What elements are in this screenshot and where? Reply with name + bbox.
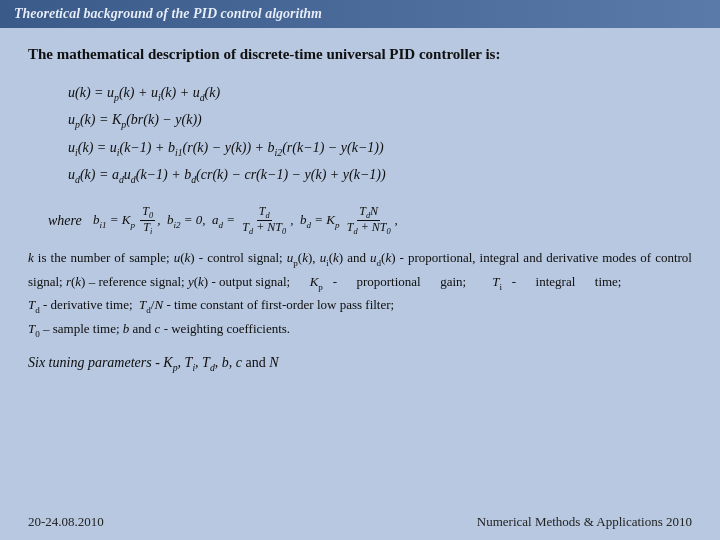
content-area: The mathematical description of discrete… [0, 28, 720, 403]
slide-title: Theoretical background of the PID contro… [14, 6, 322, 21]
description-text: k is the number of sample; u(k) - contro… [28, 250, 692, 336]
where-section: where bi1 = Kp T0Ti, bi2 = 0, ad = TdTd … [48, 205, 692, 237]
equation-row-3: ui(k) = ui(k−1) + bi1(r(k) − y(k)) + bi2… [68, 136, 692, 161]
footer: 20-24.08.2010 Numerical Methods & Applic… [28, 514, 692, 530]
footer-conference: Numerical Methods & Applications 2010 [477, 514, 692, 530]
where-label: where [48, 213, 82, 229]
six-params-block: Six tuning parameters - Kp, Ti, Td, b, c… [28, 355, 692, 373]
subtitle: The mathematical description of discrete… [28, 46, 692, 63]
equation-row-4: ud(k) = adud(k−1) + bd(cr(k) − cr(k−1) −… [68, 163, 692, 188]
eq2: up(k) = Kp(br(k) − y(k)) [68, 112, 202, 127]
equation-row-1: u(k) = up(k) + ui(k) + ud(k) [68, 81, 692, 106]
eq3: ui(k) = ui(k−1) + bi1(r(k) − y(k)) + bi2… [68, 140, 384, 155]
eq4: ud(k) = adud(k−1) + bd(cr(k) − cr(k−1) −… [68, 167, 386, 182]
title-bar: Theoretical background of the PID contro… [0, 0, 720, 28]
equation-row-2: up(k) = Kp(br(k) − y(k)) [68, 108, 692, 133]
where-formula: bi1 = Kp T0Ti, bi2 = 0, ad = TdTd + NT0,… [90, 205, 398, 237]
eq1: u(k) = up(k) + ui(k) + ud(k) [68, 85, 220, 100]
six-params-value: Kp, Ti, Td, b, c [163, 355, 242, 370]
footer-date: 20-24.08.2010 [28, 514, 104, 530]
description-block: k is the number of sample; u(k) - contro… [28, 247, 692, 341]
equations-block: u(k) = up(k) + ui(k) + ud(k) up(k) = Kp(… [28, 77, 692, 195]
six-params-label: Six tuning parameters [28, 355, 152, 370]
